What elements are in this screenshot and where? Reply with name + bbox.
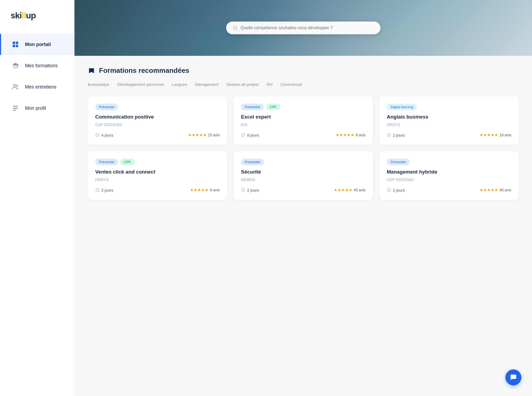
avis-count: 45 avis (500, 188, 511, 192)
card-rating: ★★★★★ 6 avis (190, 188, 220, 192)
filter-commercial[interactable]: Commercial (281, 82, 302, 88)
filter-dev-perso[interactable]: Développement personnel (117, 82, 164, 88)
formation-card-4[interactable]: PrésentielCPF Ventes click and connect O… (88, 151, 227, 200)
card-duration: 2 jours (387, 188, 405, 192)
duration-text: 2 jours (247, 188, 259, 192)
clock-icon (241, 133, 245, 137)
badge-presentiel: Présentiel (387, 159, 410, 165)
sidebar-item-label-mon-portail: Mon portail (25, 42, 51, 47)
card-rating: ★★★★★ 45 avis (480, 188, 511, 192)
card-badges: PrésentielCPF (241, 104, 365, 110)
badge-cpf: CPF (120, 159, 135, 165)
clock-icon (387, 133, 391, 137)
filter-management[interactable]: Management (195, 82, 219, 88)
filter-rh[interactable]: RH (267, 82, 273, 88)
card-footer: 2 jours ★★★★★ 45 avis (241, 188, 365, 192)
card-title: Communication positive (95, 114, 220, 120)
card-rating: ★★★★★ 16 avis (480, 133, 511, 137)
card-title: Anglais business (387, 114, 511, 120)
stars: ★★★★★ (480, 133, 498, 137)
svg-point-6 (16, 85, 18, 86)
svg-line-26 (243, 190, 244, 190)
badge-presentiel: Présentiel (241, 104, 264, 110)
bookmark-icon (88, 67, 95, 74)
avis-count: 16 avis (500, 133, 511, 137)
clock-icon (95, 133, 99, 137)
sidebar-item-mon-portail[interactable]: Mon portail (0, 34, 74, 55)
stars: ★★★★★ (336, 133, 354, 137)
chat-button[interactable] (505, 369, 521, 385)
card-provider: CSP DOCENDI (95, 123, 220, 127)
filter-gestion-projets[interactable]: Gestion de projets (226, 82, 259, 88)
card-rating: ★★★★★ 15 avis (188, 133, 220, 137)
sidebar-item-mes-formations[interactable]: Mes formations (0, 55, 74, 76)
profile-icon (11, 103, 20, 113)
formation-card-5[interactable]: Présentiel Sécurité Demos 2 jours ★★★★★ … (234, 151, 373, 200)
card-duration: 2 jours (387, 133, 405, 137)
card-provider: CSP DOCENDI (387, 178, 511, 182)
hero-banner (74, 0, 532, 56)
badge-presentiel: Présentiel (95, 159, 118, 165)
card-title: Sécurité (241, 169, 365, 175)
formations-grid: Présentiel Communication positive CSP DO… (88, 96, 519, 200)
search-input[interactable] (240, 26, 374, 30)
card-badges: PrésentielCPF (95, 159, 220, 165)
clock-icon (387, 188, 391, 192)
formation-card-3[interactable]: Digital learning Anglais business Orsys … (379, 96, 519, 145)
card-rating: ★★★★★ 45 avis (334, 188, 365, 192)
svg-line-29 (389, 190, 390, 190)
card-title: Management hybride (387, 169, 511, 175)
card-badges: Présentiel (387, 159, 511, 165)
search-icon (232, 25, 238, 31)
card-duration: 2 jours (241, 188, 259, 192)
nav-menu: Mon portail Mes formations (0, 34, 74, 119)
card-badges: Présentiel (241, 159, 365, 165)
badge-cpf: CPF (266, 104, 280, 110)
svg-rect-2 (13, 45, 15, 47)
card-provider: Demos (241, 178, 365, 182)
avis-count: 6 avis (210, 188, 220, 192)
sidebar-item-mon-profil[interactable]: Mon profil (0, 98, 74, 119)
card-provider: Orsys (387, 123, 511, 127)
search-bar[interactable] (226, 22, 380, 34)
svg-rect-3 (16, 45, 18, 47)
avis-count: 8 avis (356, 133, 365, 137)
logo: skillup (11, 11, 64, 20)
sidebar-item-mes-entretiens[interactable]: Mes entretiens (0, 76, 74, 98)
badge-presentiel: Présentiel (241, 159, 264, 165)
sidebar-item-label-mes-formations: Mes formations (25, 63, 58, 69)
logo-area: skillup (0, 11, 74, 34)
stars: ★★★★★ (188, 133, 207, 137)
card-duration: 2 jours (95, 188, 113, 192)
avis-count: 15 avis (208, 133, 220, 137)
formation-card-1[interactable]: Présentiel Communication positive CSP DO… (88, 96, 227, 145)
users-icon (11, 82, 20, 92)
duration-text: 2 jours (101, 188, 113, 192)
duration-text: 2 jours (393, 133, 405, 137)
formation-card-2[interactable]: PrésentielCPF Excel expert ENI 8 jours ★… (234, 96, 373, 145)
formation-card-6[interactable]: Présentiel Management hybride CSP DOCEND… (379, 151, 519, 200)
svg-line-17 (243, 135, 244, 135)
card-badges: Digital learning (387, 104, 511, 110)
filter-langues[interactable]: Langues (172, 82, 187, 88)
duration-text: 2 jours (393, 188, 405, 192)
page-content: Formations recommandées Bureautique Déve… (74, 56, 532, 396)
duration-text: 4 jours (101, 133, 113, 137)
card-footer: 4 jours ★★★★★ 15 avis (95, 133, 220, 137)
svg-line-20 (389, 135, 390, 135)
filter-bureautique[interactable]: Bureautique (88, 82, 109, 88)
card-title: Excel expert (241, 114, 365, 120)
card-duration: 8 jours (241, 133, 259, 137)
card-footer: 8 jours ★★★★★ 8 avis (241, 133, 365, 137)
main-content: Formations recommandées Bureautique Déve… (74, 0, 532, 396)
card-provider: Orsys (95, 178, 220, 182)
clock-icon (95, 188, 99, 192)
sidebar: skillup Mon portail (0, 0, 74, 396)
section-title: Formations recommandées (99, 66, 189, 75)
card-footer: 2 jours ★★★★★ 16 avis (387, 133, 511, 137)
card-provider: ENI (241, 123, 365, 127)
svg-line-14 (97, 135, 98, 135)
svg-point-5 (13, 84, 15, 86)
duration-text: 8 jours (247, 133, 259, 137)
card-badges: Présentiel (95, 104, 220, 110)
